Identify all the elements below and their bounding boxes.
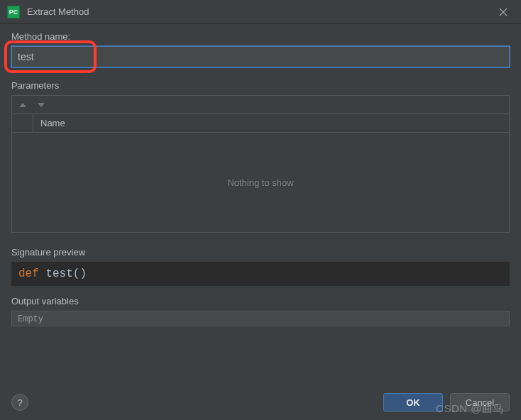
app-icon: PC <box>7 6 20 18</box>
close-icon[interactable] <box>493 1 514 23</box>
cancel-button[interactable]: Cancel <box>450 393 510 411</box>
method-name-label: Method name: <box>11 31 510 42</box>
dialog-button-row: ? OK Cancel <box>11 393 510 411</box>
signature-preview: def test() <box>11 262 510 286</box>
parameters-panel: Name Nothing to show <box>11 95 510 233</box>
parameters-toolbar <box>12 96 509 114</box>
signature-body: test() <box>45 267 87 280</box>
help-button[interactable]: ? <box>11 394 28 411</box>
move-down-icon[interactable] <box>36 100 46 110</box>
row-handle-column <box>12 114 33 132</box>
parameters-empty-state: Nothing to show <box>12 133 509 232</box>
signature-keyword: def <box>18 267 45 280</box>
output-variables-label: Output variables <box>11 296 510 306</box>
move-up-icon[interactable] <box>18 100 28 110</box>
name-column-header: Name <box>33 118 65 128</box>
dialog-title: Extract Method <box>27 6 493 17</box>
parameters-label: Parameters <box>11 80 510 91</box>
signature-preview-label: Signature preview <box>11 247 510 258</box>
parameters-header: Name <box>12 114 509 133</box>
output-variables-box: Empty <box>11 311 510 326</box>
titlebar: PC Extract Method <box>0 0 521 24</box>
ok-button[interactable]: OK <box>383 393 443 411</box>
method-name-input[interactable] <box>11 46 510 67</box>
